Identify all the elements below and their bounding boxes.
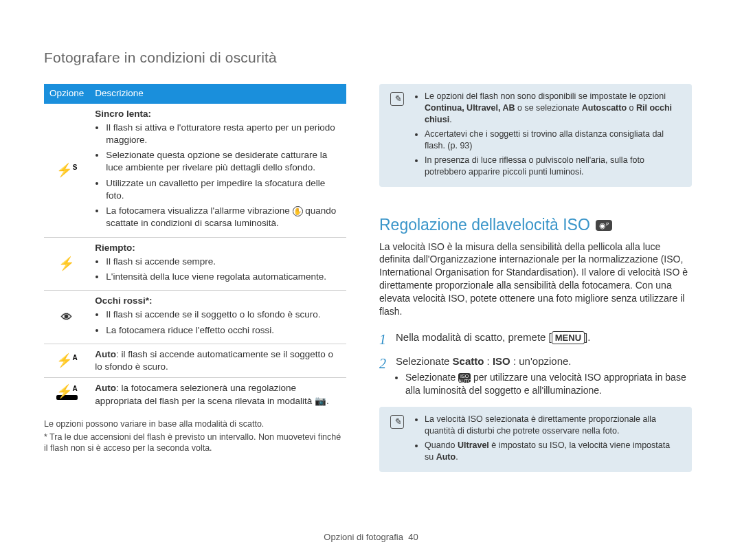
page-header: Fotografare in condizioni di oscurità [44, 48, 698, 67]
list-item: La fotocamera visualizza l'allarme vibra… [106, 205, 341, 229]
row-text: : il flash si accende automaticamente se… [95, 349, 333, 372]
note-item: Le opzioni del flash non sono disponibil… [425, 91, 679, 126]
auto-smart-flash-icon: ⚡A■ [44, 378, 89, 412]
right-column: ✎ Le opzioni del flash non sono disponib… [379, 84, 692, 472]
list-item: Selezionate questa opzione se desiderate… [106, 149, 341, 174]
note-item: In presenza di luce riflessa o pulviscol… [425, 155, 679, 178]
row-title: Sincro lenta: [95, 109, 151, 119]
row-title: Riempto: [95, 243, 135, 253]
note-icon: ✎ [390, 92, 404, 106]
fill-flash-icon: ⚡ [44, 237, 89, 291]
th-option: Opzione [44, 84, 89, 103]
table-row: ⚡S Sincro lenta: Il flash si attiva e l'… [44, 104, 346, 237]
row-text: : la fotocamera selezionerà una regolazi… [95, 383, 328, 405]
note-box-bottom: ✎ La velocità ISO selezionata è direttam… [379, 407, 692, 473]
footnote: * Tra le due accensioni del flash è prev… [44, 432, 346, 455]
red-eye-icon: 👁 [44, 291, 89, 344]
footnotes: Le opzioni possono variare in base alla … [44, 418, 346, 455]
iso-section-body: La velocità ISO è la misura della sensib… [379, 240, 692, 318]
slow-sync-icon: ⚡S [44, 104, 89, 237]
table-row: ⚡A Auto: il flash si accende automaticam… [44, 344, 346, 377]
left-column: Opzione Descrizione ⚡S Sincro lenta: Il … [44, 84, 346, 472]
iso-steps: 1 Nella modalità di scatto, premete [MEN… [379, 331, 692, 397]
auto-flash-icon: ⚡A [44, 344, 89, 377]
step-2: 2 Selezionate Scatto : ISO : un'opzione.… [379, 355, 692, 397]
sub-step: Selezionate ISOAUTO per utilizzare una v… [405, 371, 692, 397]
table-row: 👁 Occhi rossi*: Il flash si accende se i… [44, 291, 346, 344]
note-icon: ✎ [390, 415, 404, 429]
step-1: 1 Nella modalità di scatto, premete [MEN… [379, 331, 692, 349]
list-item: La fotocamera riduce l'effetto occhi ros… [106, 324, 341, 337]
footnote: Le opzioni possono variare in base alla … [44, 418, 346, 430]
note-box-top: ✎ Le opzioni del flash non sono disponib… [379, 84, 692, 187]
table-row: ⚡A■ Auto: la fotocamera selezionerà una … [44, 378, 346, 412]
row-title: Occhi rossi*: [95, 295, 152, 306]
list-item: Utilizzate un cavalletto per impedire la… [106, 177, 341, 202]
list-item: Il flash si attiva e l'otturatore resta … [106, 122, 341, 146]
list-item: Il flash si accende se il soggetto o lo … [106, 309, 341, 321]
th-description: Descrizione [89, 84, 346, 103]
row-bold: Auto [95, 383, 116, 393]
note-item: Quando Ultravel è impostato su ISO, la v… [425, 440, 679, 463]
mode-p-icon: ◉ᴾ [596, 220, 612, 231]
menu-button-label: MENU [552, 331, 585, 345]
iso-section-title: Regolazione dellavelocità ISO ◉ᴾ [379, 214, 692, 236]
page-footer: Opzioni di fotografia 40 [0, 531, 742, 544]
row-bold: Auto [95, 349, 116, 359]
note-item: La velocità ISO selezionata è direttamen… [425, 414, 679, 437]
iso-auto-icon: ISOAUTO [458, 373, 471, 383]
note-item: Accertatevi che i soggetti si trovino al… [425, 128, 679, 152]
list-item: Il flash si accende sempre. [106, 256, 341, 268]
table-row: ⚡ Riempto: Il flash si accende sempre. L… [44, 237, 346, 291]
flash-options-table: Opzione Descrizione ⚡S Sincro lenta: Il … [44, 84, 346, 411]
content-columns: Opzione Descrizione ⚡S Sincro lenta: Il … [44, 84, 698, 472]
vibration-icon: ✋ [293, 206, 303, 216]
list-item: L'intensità della luce viene regolata au… [106, 271, 341, 283]
